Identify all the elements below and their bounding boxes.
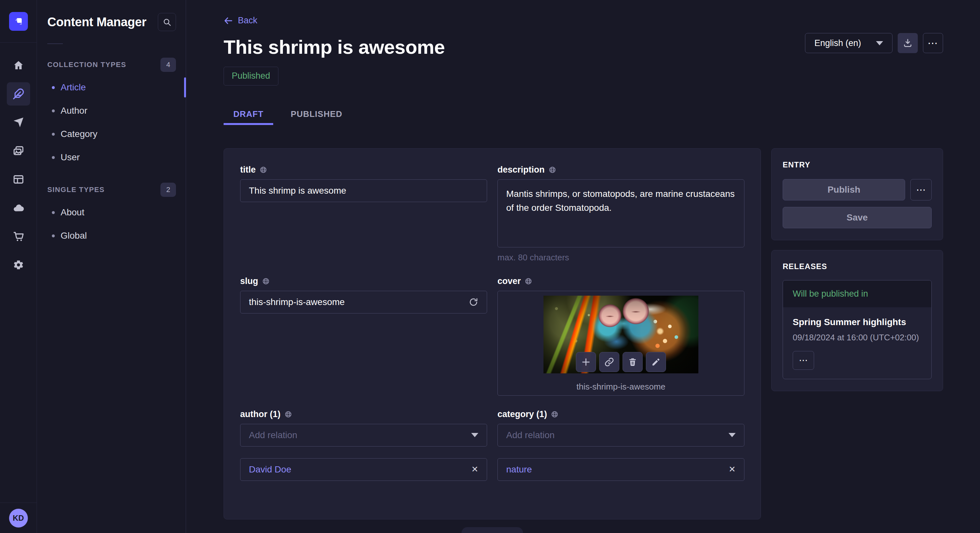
release-name[interactable]: Spring Summer highlights bbox=[793, 317, 922, 327]
more-options-button[interactable]: ⋯ bbox=[923, 33, 943, 53]
panel-title: RELEASES bbox=[783, 262, 932, 271]
back-link[interactable]: Back bbox=[224, 16, 257, 25]
field-label-row: author (1) bbox=[240, 409, 487, 419]
active-indicator bbox=[184, 78, 186, 97]
subnav-title: Content Manager bbox=[47, 15, 146, 29]
marketplace-cart-icon[interactable] bbox=[7, 225, 30, 248]
status-badge: Published bbox=[224, 67, 278, 86]
rail-user-area: KD bbox=[0, 503, 37, 533]
field-label: slug bbox=[240, 276, 258, 286]
cover-media-box: this-shrimp-is-awesome bbox=[498, 291, 745, 396]
select-placeholder: Add relation bbox=[506, 430, 555, 440]
settings-gear-icon[interactable] bbox=[7, 253, 30, 276]
regenerate-slug-icon[interactable] bbox=[469, 297, 478, 307]
title-input[interactable]: This shrimp is awesome bbox=[240, 179, 487, 202]
entry-form-card: title This shrimp is awesome bbox=[224, 148, 761, 519]
home-icon[interactable] bbox=[7, 54, 30, 77]
tab-label: PUBLISHED bbox=[291, 109, 342, 119]
section-label: COLLECTION TYPES bbox=[47, 60, 126, 69]
description-helper: max. 80 characters bbox=[498, 252, 745, 263]
remove-relation-button[interactable]: ✕ bbox=[729, 464, 736, 474]
header-actions: English (en) ⋯ bbox=[805, 33, 943, 53]
relation-link[interactable]: David Doe bbox=[249, 464, 291, 475]
trash-icon bbox=[628, 357, 638, 367]
save-label: Save bbox=[846, 213, 867, 223]
collection-types-list: Article Author Category User bbox=[37, 76, 186, 169]
globe-icon bbox=[262, 278, 270, 285]
field-label: cover bbox=[498, 276, 521, 286]
sidebar-item-user[interactable]: User bbox=[37, 146, 186, 169]
globe-icon bbox=[259, 166, 267, 174]
tab-published[interactable]: PUBLISHED bbox=[281, 106, 352, 125]
add-media-button[interactable] bbox=[576, 352, 596, 372]
field-description: description Mantis shrimps, or stomatopo… bbox=[498, 165, 745, 263]
sidebar-item-about[interactable]: About bbox=[37, 201, 186, 224]
rail-logo-area bbox=[0, 0, 37, 43]
field-slug: slug this-shrimp-is-awesome bbox=[240, 276, 487, 396]
arrow-left-icon bbox=[224, 16, 233, 25]
field-label-row: cover bbox=[498, 276, 745, 286]
media-images-icon[interactable] bbox=[7, 139, 30, 163]
author-relation-select[interactable]: Add relation bbox=[240, 424, 487, 447]
chevron-down-icon bbox=[471, 433, 478, 437]
category-relation-select[interactable]: Add relation bbox=[498, 424, 745, 447]
form-grid: title This shrimp is awesome bbox=[240, 165, 745, 481]
cover-caption: this-shrimp-is-awesome bbox=[576, 382, 666, 392]
field-label: title bbox=[240, 165, 256, 175]
bullet-icon bbox=[52, 211, 55, 214]
subnav-header: Content Manager bbox=[37, 0, 186, 31]
side-panels: ENTRY Publish ⋯ Save RELEASES bbox=[771, 148, 943, 391]
link-icon bbox=[605, 357, 614, 367]
field-label-row: description bbox=[498, 165, 745, 175]
globe-icon bbox=[551, 411, 558, 418]
download-button[interactable] bbox=[898, 33, 918, 53]
search-icon bbox=[163, 18, 172, 27]
release-date: 09/18/2024 at 16:00 (UTC+02:00) bbox=[793, 333, 922, 343]
tab-draft[interactable]: DRAFT bbox=[224, 106, 273, 125]
sidebar-item-label: Global bbox=[60, 230, 87, 241]
copy-link-button[interactable] bbox=[599, 352, 619, 372]
field-cover: cover bbox=[498, 276, 745, 396]
search-button[interactable] bbox=[158, 13, 176, 31]
release-more-button[interactable]: ⋯ bbox=[793, 351, 814, 370]
sidebar-item-label: Author bbox=[60, 106, 88, 116]
layout-builder-icon[interactable] bbox=[7, 168, 30, 191]
edit-media-button[interactable] bbox=[646, 352, 666, 372]
sidebar-item-article[interactable]: Article bbox=[37, 76, 186, 99]
release-body: Spring Summer highlights 09/18/2024 at 1… bbox=[783, 307, 931, 379]
cloud-icon[interactable] bbox=[7, 196, 30, 219]
single-types-list: About Global bbox=[37, 201, 186, 247]
delete-media-button[interactable] bbox=[622, 352, 643, 372]
remove-relation-button[interactable]: ✕ bbox=[471, 464, 478, 474]
main-content: Back This shrimp is awesome English (en)… bbox=[186, 0, 980, 533]
relation-link[interactable]: nature bbox=[506, 464, 532, 475]
globe-icon bbox=[285, 411, 292, 418]
locale-select[interactable]: English (en) bbox=[805, 33, 892, 53]
description-value: Mantis shrimps, or stomatopods, are mari… bbox=[506, 189, 735, 213]
title-input-value: This shrimp is awesome bbox=[249, 186, 346, 196]
section-head: SINGLE TYPES 2 bbox=[37, 182, 186, 197]
content-manager-subnav: Content Manager COLLECTION TYPES 4 Artic… bbox=[37, 0, 186, 533]
close-icon: ✕ bbox=[471, 464, 478, 474]
publish-button[interactable]: Publish bbox=[783, 179, 905, 200]
strapi-logo[interactable] bbox=[9, 12, 28, 31]
slug-input[interactable]: this-shrimp-is-awesome bbox=[240, 291, 487, 314]
bottom-cutoff-pill[interactable] bbox=[461, 527, 523, 533]
releases-panel: RELEASES Will be published in Spring Sum… bbox=[771, 250, 943, 391]
send-plane-icon[interactable] bbox=[7, 111, 30, 134]
save-button[interactable]: Save bbox=[783, 207, 932, 228]
content-manager-feather-icon[interactable] bbox=[7, 82, 30, 106]
category-relation-item: nature ✕ bbox=[498, 458, 745, 481]
chevron-down-icon bbox=[729, 433, 736, 437]
version-tabs: DRAFT PUBLISHED bbox=[224, 106, 943, 125]
collection-types-section: COLLECTION TYPES 4 Article Author Catego… bbox=[37, 58, 186, 169]
entry-more-button[interactable]: ⋯ bbox=[910, 179, 932, 200]
release-card: Will be published in Spring Summer highl… bbox=[783, 280, 932, 379]
user-avatar[interactable]: KD bbox=[9, 509, 28, 528]
sidebar-item-global[interactable]: Global bbox=[37, 224, 186, 247]
description-textarea[interactable]: Mantis shrimps, or stomatopods, are mari… bbox=[498, 179, 745, 247]
sidebar-item-author[interactable]: Author bbox=[37, 99, 186, 122]
strapi-logo-icon bbox=[14, 16, 23, 26]
sidebar-item-category[interactable]: Category bbox=[37, 122, 186, 146]
bullet-icon bbox=[52, 86, 55, 89]
